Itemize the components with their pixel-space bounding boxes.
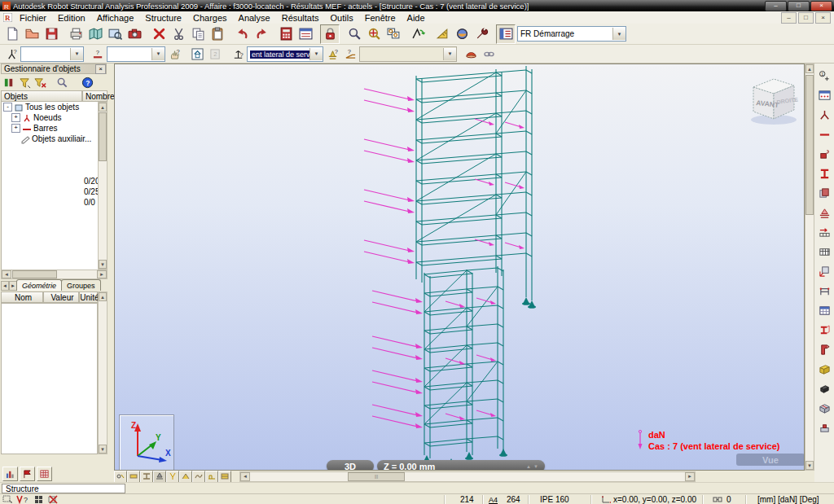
menu-aide[interactable]: Aide <box>402 11 431 24</box>
tab-geometrie[interactable]: Géométrie <box>16 279 62 291</box>
print-preview-button[interactable] <box>86 24 105 44</box>
preferences-button[interactable] <box>472 24 491 44</box>
scroll-thumb[interactable]: ||| <box>348 472 405 481</box>
menu-structure[interactable]: Structure <box>139 11 187 24</box>
bar-numbers-toggle[interactable] <box>127 471 140 483</box>
grid-blocks-button[interactable] <box>34 494 44 504</box>
regenerate-model-button[interactable] <box>408 24 428 44</box>
loads-toggle[interactable] <box>166 471 179 483</box>
flag-view-button[interactable] <box>20 467 35 481</box>
open-file-button[interactable] <box>22 24 42 44</box>
supports-toggle[interactable] <box>153 471 166 483</box>
releases-button[interactable] <box>815 145 834 164</box>
solid-box-button[interactable] <box>815 360 834 379</box>
select-mode-button[interactable] <box>2 494 12 504</box>
z-level-pill[interactable]: Z = 0,00 mm ▲ ▼ <box>377 460 545 471</box>
zoom-button[interactable] <box>345 24 364 44</box>
tab-scroll-left-icon[interactable]: ◄ <box>1 281 9 291</box>
tree-horizontal-scrollbar[interactable]: ◄ ► <box>1 270 108 279</box>
scroll-left-icon[interactable]: ◄ <box>2 270 11 278</box>
save-button[interactable] <box>42 24 61 44</box>
link-button[interactable] <box>480 46 498 63</box>
section-shape-toggle[interactable] <box>140 471 153 483</box>
scaffold-model[interactable] <box>115 64 805 471</box>
filter-button[interactable] <box>19 77 31 89</box>
z-down-icon[interactable]: ▼ <box>533 464 538 469</box>
print-button[interactable] <box>66 24 86 44</box>
layout-manager-button[interactable] <box>496 24 516 44</box>
bar-combo-dropdown-icon[interactable]: ▼ <box>151 48 165 60</box>
scroll-left-icon[interactable]: ◄ <box>240 472 250 481</box>
view-mode-pill[interactable]: 3D <box>327 460 374 471</box>
menu-outils[interactable]: Outils <box>325 11 359 24</box>
case-combo-dropdown-icon[interactable]: ▼ <box>309 48 323 60</box>
solid-dark-button[interactable] <box>815 379 834 398</box>
scroll-up-icon[interactable]: ▲ <box>99 103 107 112</box>
measure-button[interactable] <box>432 24 452 44</box>
bar-selection-button[interactable]: ? <box>89 46 107 63</box>
properties-table[interactable] <box>1 303 98 454</box>
scroll-down-icon[interactable]: ▼ <box>99 260 107 269</box>
verify-button[interactable]: ? <box>16 494 29 504</box>
structure-view-button[interactable] <box>188 46 206 63</box>
bar-selection-combo[interactable]: ▼ <box>107 46 165 62</box>
mdi-close-button[interactable]: × <box>815 12 831 24</box>
lock-results-button[interactable] <box>320 24 340 44</box>
paste-button[interactable] <box>208 24 227 44</box>
tree-row-barres[interactable]: + Barres <box>2 123 98 134</box>
search-button[interactable] <box>56 77 68 89</box>
calculator-button[interactable] <box>276 24 296 44</box>
maximize-button[interactable]: □ <box>788 1 810 11</box>
menu-resultats[interactable]: Résultats <box>276 11 325 24</box>
tree-row-objets-aux[interactable]: Objets auxiliair... <box>2 134 98 144</box>
mdi-minimize-button[interactable]: – <box>781 12 797 24</box>
filter-off-button[interactable] <box>34 77 46 89</box>
scroll-thumb[interactable] <box>12 270 57 278</box>
menu-analyse[interactable]: Analyse <box>233 11 276 24</box>
expand-icon[interactable]: + <box>11 113 20 122</box>
display-style-button[interactable] <box>462 46 480 63</box>
cut-button[interactable] <box>169 24 188 44</box>
supports-button[interactable] <box>815 204 834 222</box>
mdi-restore-button[interactable]: □ <box>798 12 814 24</box>
units-display[interactable]: [mm] [daN] [Deg] <box>757 494 819 504</box>
viewport-3d[interactable]: AVANT DROITE Z Y X 3D Z = 0,00 mm ▲ ▼ <box>114 64 805 471</box>
redo-button[interactable] <box>252 24 271 44</box>
menu-charges[interactable]: Charges <box>187 11 233 24</box>
scroll-up-icon[interactable]: ▲ <box>99 292 107 301</box>
help-button[interactable]: ? <box>81 77 94 89</box>
scroll-right-icon[interactable]: ► <box>97 270 107 278</box>
object-inspector-button[interactable] <box>815 86 834 105</box>
load-case-combo[interactable]: ent lateral de service ▼ <box>247 46 323 62</box>
prop-column-valeur[interactable]: Valeur <box>43 291 79 303</box>
map-toggle[interactable] <box>218 471 231 483</box>
calc-report-button[interactable] <box>296 24 315 44</box>
tree-vertical-scrollbar[interactable]: ▲ ▼ <box>98 102 108 270</box>
bars-button[interactable] <box>815 125 834 144</box>
screen-capture-button[interactable] <box>105 24 125 44</box>
scroll-thumb[interactable] <box>805 75 814 215</box>
node-numbers-toggle[interactable] <box>114 471 127 483</box>
volumes-button[interactable] <box>815 399 834 418</box>
node-selection-combo[interactable]: ▼ <box>20 46 84 62</box>
delete-mode-button[interactable] <box>47 494 59 504</box>
offsets-button[interactable] <box>815 223 834 242</box>
load-symbols-toggle[interactable] <box>179 471 192 483</box>
panel-close-button[interactable]: × <box>95 64 106 74</box>
viewport-vertical-scrollbar[interactable]: ▲ ▼ <box>805 64 814 471</box>
undo-button[interactable] <box>232 24 252 44</box>
table-view-button[interactable] <box>37 467 52 481</box>
case-selection-button[interactable]: ? <box>229 46 247 63</box>
scroll-thumb[interactable] <box>99 112 107 161</box>
menu-fichier[interactable]: Fichier <box>14 11 52 24</box>
sections-button[interactable] <box>815 164 834 183</box>
prop-vertical-scrollbar[interactable]: ▲ ▼ <box>98 291 108 454</box>
prop-column-nom[interactable]: Nom <box>1 291 43 303</box>
panels-button[interactable] <box>815 184 834 203</box>
copy-button[interactable] <box>188 24 208 44</box>
second-view-button[interactable]: 2 <box>206 46 224 63</box>
new-file-button[interactable] <box>2 24 22 44</box>
orbit-button[interactable] <box>452 24 472 44</box>
menu-edition[interactable]: Edition <box>52 11 91 24</box>
steel-profile-button[interactable] <box>815 340 834 359</box>
